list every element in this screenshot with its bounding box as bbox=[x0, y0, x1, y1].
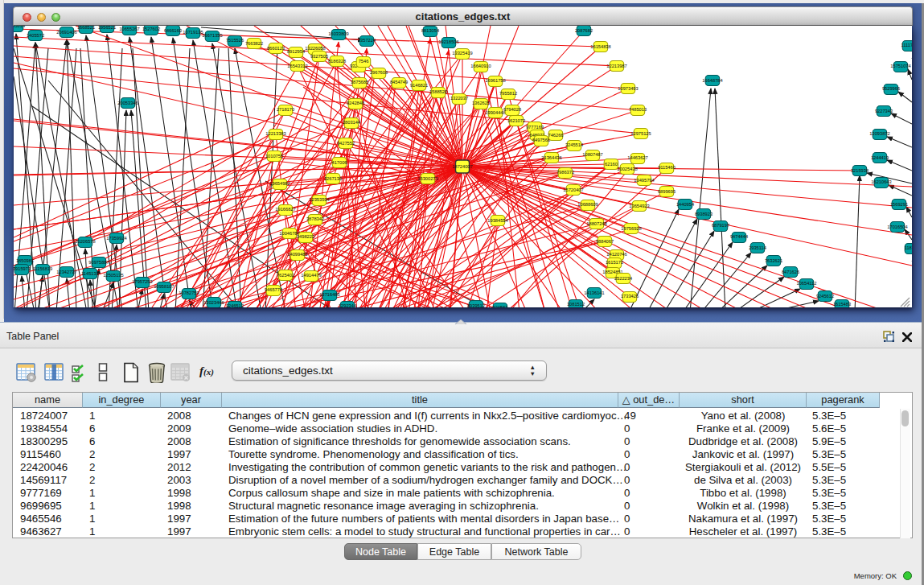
svg-text:16648784: 16648784 bbox=[702, 78, 722, 83]
svg-text:9227343: 9227343 bbox=[875, 109, 893, 113]
svg-text:1362625: 1362625 bbox=[472, 101, 490, 105]
svg-text:1440954: 1440954 bbox=[676, 202, 694, 207]
svg-text:16640910: 16640910 bbox=[470, 64, 491, 68]
svg-text:3878342: 3878342 bbox=[306, 216, 324, 221]
svg-text:1292344: 1292344 bbox=[339, 303, 356, 307]
svg-text:7485013: 7485013 bbox=[629, 107, 647, 112]
svg-text:924561: 924561 bbox=[493, 305, 508, 307]
svg-text:1010755: 1010755 bbox=[265, 154, 283, 159]
svg-text:12093872: 12093872 bbox=[869, 131, 889, 136]
svg-text:2087682: 2087682 bbox=[575, 28, 593, 33]
svg-text:10688609: 10688609 bbox=[577, 202, 598, 207]
svg-text:20206578: 20206578 bbox=[75, 239, 95, 244]
svg-text:12213383: 12213383 bbox=[265, 131, 285, 136]
svg-text:1405572: 1405572 bbox=[27, 33, 44, 38]
svg-text:8912954: 8912954 bbox=[287, 49, 305, 54]
svg-text:13495794: 13495794 bbox=[634, 178, 654, 183]
svg-text:6466160: 6466160 bbox=[164, 28, 182, 33]
svg-text:12353594: 12353594 bbox=[309, 197, 329, 202]
svg-text:12213987: 12213987 bbox=[606, 64, 626, 68]
svg-text:7986372: 7986372 bbox=[556, 170, 574, 175]
svg-text:18724007: 18724007 bbox=[452, 164, 472, 169]
svg-text:10655267: 10655267 bbox=[119, 27, 139, 31]
svg-text:18807249: 18807249 bbox=[586, 221, 606, 226]
svg-text:7625402: 7625402 bbox=[277, 273, 294, 278]
svg-text:90975887: 90975887 bbox=[88, 260, 109, 265]
svg-text:3245514: 3245514 bbox=[565, 142, 583, 147]
svg-text:15751074: 15751074 bbox=[890, 64, 910, 68]
svg-text:1081512: 1081512 bbox=[567, 302, 585, 307]
svg-text:3267130: 3267130 bbox=[324, 176, 342, 181]
svg-text:14099485: 14099485 bbox=[287, 252, 307, 257]
svg-text:9242848: 9242848 bbox=[347, 101, 364, 105]
svg-text:8939512: 8939512 bbox=[467, 303, 485, 307]
svg-text:14914479: 14914479 bbox=[301, 273, 321, 278]
svg-text:1615483: 1615483 bbox=[833, 302, 851, 307]
svg-text:7546: 7546 bbox=[359, 59, 369, 64]
svg-text:1668521: 1668521 bbox=[77, 26, 95, 30]
svg-text:9498222: 9498222 bbox=[297, 234, 314, 239]
svg-text:8186328: 8186328 bbox=[328, 59, 346, 64]
svg-text:10782759: 10782759 bbox=[179, 290, 199, 295]
svg-text:2718170: 2718170 bbox=[277, 107, 294, 112]
svg-text:2522234: 2522234 bbox=[614, 276, 632, 281]
svg-text:417006: 417006 bbox=[332, 160, 347, 165]
svg-text:1733426: 1733426 bbox=[621, 294, 639, 299]
svg-text:62160: 62160 bbox=[605, 162, 618, 167]
svg-text:10025438: 10025438 bbox=[617, 167, 637, 171]
svg-text:8938923: 8938923 bbox=[695, 212, 713, 216]
svg-text:1244419: 1244419 bbox=[871, 155, 889, 160]
svg-text:13654923: 13654923 bbox=[629, 204, 649, 208]
svg-text:13716485: 13716485 bbox=[319, 292, 339, 297]
svg-text:9146821: 9146821 bbox=[410, 83, 428, 88]
svg-text:6899695: 6899695 bbox=[658, 189, 676, 194]
svg-text:1850981: 1850981 bbox=[16, 258, 34, 263]
svg-text:19654982: 19654982 bbox=[269, 181, 290, 186]
svg-text:1111742: 1111742 bbox=[901, 43, 912, 47]
svg-text:16671355: 16671355 bbox=[202, 33, 222, 38]
svg-text:10958107: 10958107 bbox=[154, 284, 174, 289]
svg-text:19756928: 19756928 bbox=[621, 226, 641, 231]
svg-text:9195014: 9195014 bbox=[14, 26, 25, 28]
svg-text:118753: 118753 bbox=[905, 245, 912, 250]
svg-text:9884067: 9884067 bbox=[596, 239, 614, 244]
svg-text:12975125: 12975125 bbox=[630, 131, 651, 136]
svg-text:16154838: 16154838 bbox=[590, 44, 610, 49]
svg-text:17957253: 17957253 bbox=[132, 279, 152, 284]
svg-text:13226058: 13226058 bbox=[305, 46, 325, 51]
svg-text:17359924: 17359924 bbox=[106, 236, 126, 241]
svg-text:11156819: 11156819 bbox=[33, 266, 52, 271]
svg-text:3215938: 3215938 bbox=[851, 168, 869, 173]
svg-text:1322037: 1322037 bbox=[450, 96, 468, 101]
svg-text:746266: 746266 bbox=[548, 133, 564, 138]
svg-text:19384554: 19384554 bbox=[487, 218, 507, 223]
svg-text:2803144: 2803144 bbox=[343, 120, 360, 125]
svg-text:8471626: 8471626 bbox=[782, 270, 799, 274]
svg-text:1145131: 1145131 bbox=[81, 271, 99, 276]
svg-text:9777169: 9777169 bbox=[526, 125, 544, 130]
svg-text:14136141: 14136141 bbox=[584, 290, 604, 295]
svg-text:9245612: 9245612 bbox=[816, 294, 834, 299]
svg-text:12023446: 12023446 bbox=[203, 300, 224, 305]
svg-text:3875685: 3875685 bbox=[351, 80, 368, 84]
svg-text:9465774: 9465774 bbox=[265, 287, 282, 292]
svg-text:3915971: 3915971 bbox=[14, 266, 31, 271]
svg-text:10719135: 10719135 bbox=[183, 30, 203, 35]
svg-text:10807487: 10807487 bbox=[582, 152, 602, 157]
svg-text:7663822: 7663822 bbox=[245, 41, 263, 46]
svg-text:19218506: 19218506 bbox=[438, 39, 458, 44]
svg-text:12342737: 12342737 bbox=[56, 270, 76, 274]
svg-text:8454749: 8454749 bbox=[390, 80, 408, 84]
svg-text:1569291: 1569291 bbox=[890, 202, 908, 207]
svg-text:1615172: 1615172 bbox=[606, 260, 623, 265]
svg-text:1956521: 1956521 bbox=[98, 26, 116, 30]
svg-text:9115460: 9115460 bbox=[658, 165, 676, 170]
svg-text:19904448: 19904448 bbox=[485, 110, 505, 115]
svg-text:2935114: 2935114 bbox=[749, 245, 766, 250]
svg-text:15300273: 15300273 bbox=[417, 176, 437, 181]
svg-text:7632621: 7632621 bbox=[765, 258, 782, 263]
svg-text:9474444: 9474444 bbox=[730, 234, 748, 239]
svg-text:9327505: 9327505 bbox=[310, 54, 328, 59]
svg-text:7515526: 7515526 bbox=[226, 38, 244, 43]
svg-text:10973493: 10973493 bbox=[618, 86, 638, 91]
